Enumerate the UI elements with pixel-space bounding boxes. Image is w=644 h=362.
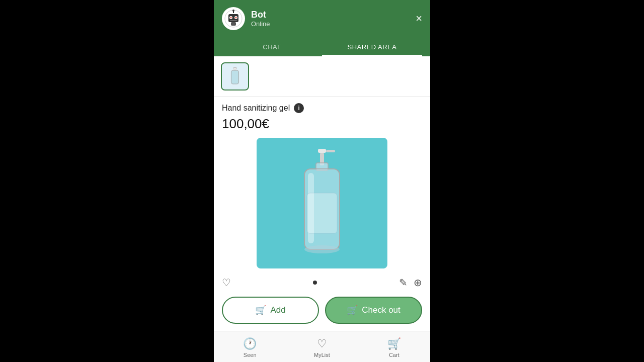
product-info: Hand sanitizing gel i 100,00€ xyxy=(214,97,430,134)
svg-point-7 xyxy=(235,17,237,19)
product-name-row: Hand sanitizing gel i xyxy=(222,103,422,113)
buttons-row: 🛒 Add 🛒 Check out xyxy=(214,291,430,331)
bot-avatar xyxy=(222,7,245,30)
bottom-nav: 🕐 Seen ♡ MyList 🛒 Cart xyxy=(214,331,430,362)
info-icon[interactable]: i xyxy=(294,103,304,113)
cart-icon-add: 🛒 xyxy=(255,305,266,316)
robot-icon xyxy=(224,10,243,28)
nav-item-mylist[interactable]: ♡ MyList xyxy=(286,335,358,360)
heart-icon[interactable]: ♡ xyxy=(222,277,231,289)
product-name: Hand sanitizing gel xyxy=(222,104,290,113)
checkout-button[interactable]: 🛒 Check out xyxy=(325,297,422,324)
add-button[interactable]: 🛒 Add xyxy=(222,297,319,324)
thumbnail-bottle-icon xyxy=(226,67,244,85)
dot-active xyxy=(313,281,317,285)
thumbnail-item[interactable] xyxy=(221,62,249,90)
nav-item-seen[interactable]: 🕐 Seen xyxy=(214,335,286,360)
cart-icon-checkout: 🛒 xyxy=(347,305,358,316)
thumbnail-row xyxy=(214,56,430,97)
header-top: Bot Online × xyxy=(222,7,422,36)
bot-name: Bot xyxy=(251,10,270,21)
svg-rect-13 xyxy=(233,68,236,69)
dot-indicator xyxy=(313,281,317,285)
image-area xyxy=(214,134,430,273)
svg-rect-9 xyxy=(231,22,236,26)
mylist-icon: ♡ xyxy=(317,337,327,350)
bot-info: Bot Online xyxy=(222,7,270,30)
svg-rect-8 xyxy=(230,20,237,21)
nav-item-cart[interactable]: 🛒 Cart xyxy=(358,335,430,360)
header: Bot Online × CHAT SHARED AREA xyxy=(214,0,430,56)
action-icons-row: ♡ ✎ ⊕ xyxy=(214,273,430,291)
app-container: Bot Online × CHAT SHARED AREA Hand sanit… xyxy=(214,0,430,362)
mylist-label: MyList xyxy=(314,352,330,358)
tabs: CHAT SHARED AREA xyxy=(222,38,422,56)
svg-point-2 xyxy=(232,10,234,12)
svg-point-6 xyxy=(230,17,232,19)
tab-shared-area[interactable]: SHARED AREA xyxy=(322,38,422,56)
svg-point-21 xyxy=(304,245,340,253)
svg-rect-20 xyxy=(307,193,337,233)
cart-label: Cart xyxy=(389,352,399,358)
tab-chat[interactable]: CHAT xyxy=(222,38,322,56)
zoom-icon[interactable]: ⊕ xyxy=(414,277,422,289)
product-bottle-svg xyxy=(287,148,357,258)
seen-icon: 🕐 xyxy=(243,337,257,350)
svg-rect-15 xyxy=(326,150,335,152)
bot-status: Online xyxy=(251,20,270,28)
cart-nav-icon: 🛒 xyxy=(387,337,401,350)
icon-group: ✎ ⊕ xyxy=(399,277,422,289)
product-price: 100,00€ xyxy=(222,116,422,132)
svg-rect-12 xyxy=(231,70,239,84)
close-button[interactable]: × xyxy=(416,13,422,24)
seen-label: Seen xyxy=(244,352,257,358)
bot-text: Bot Online xyxy=(251,10,270,28)
edit-icon[interactable]: ✎ xyxy=(399,277,408,289)
svg-rect-14 xyxy=(318,149,326,153)
product-image-box xyxy=(257,138,387,268)
